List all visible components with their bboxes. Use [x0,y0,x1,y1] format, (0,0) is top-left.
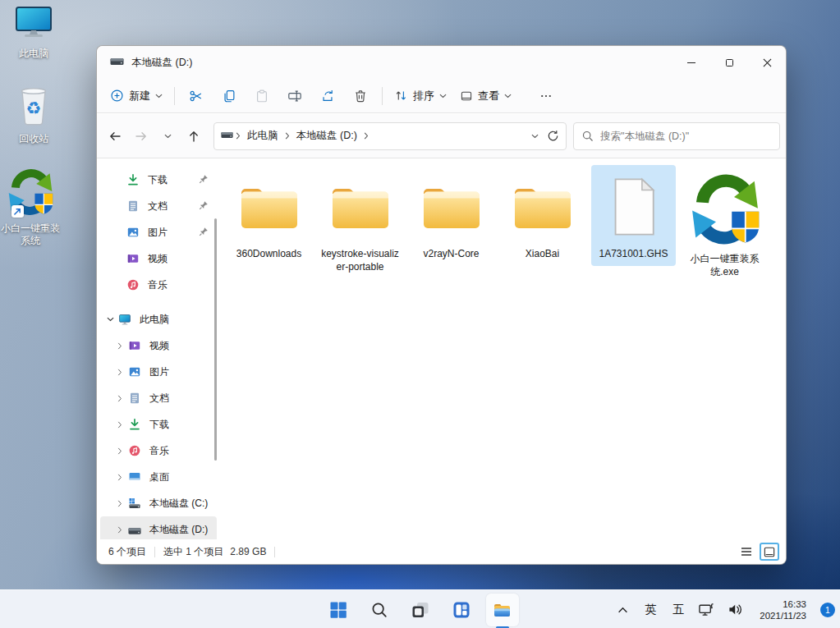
tree-item-documents[interactable]: 文档 [100,385,217,411]
minimize-button[interactable] [672,46,710,79]
sidebar-item-videos[interactable]: 视频 [100,245,217,272]
sidebar-item-this-pc[interactable]: 此电脑 [100,306,217,332]
tree-item-desktop[interactable]: 桌面 [100,464,217,490]
chevron-down-icon [164,134,172,139]
sidebar-label: 视频 [148,252,168,266]
sidebar-item-music[interactable]: 音乐 [100,272,217,298]
chevron-collapsed-icon[interactable] [113,447,126,455]
copy-button[interactable] [213,83,246,109]
delete-button[interactable] [344,83,377,109]
command-bar: 新建 排序 [97,79,786,113]
file-name: 小白一键重装系统.exe [684,252,765,278]
pin-icon [199,227,209,239]
paste-button[interactable] [246,83,278,109]
paste-icon [255,89,269,103]
file-tile-xiaobai-folder[interactable]: XiaoBai [500,165,585,266]
breadcrumb-current[interactable]: 本地磁盘 (D:) [292,126,361,145]
up-button[interactable] [181,123,207,149]
tray-clock[interactable]: 16:33 2021/11/23 [750,595,815,625]
maximize-icon [726,59,733,66]
tray-ime-indicator[interactable]: 五 [666,595,691,625]
xiaobai-app-icon [689,169,761,250]
tree-item-music[interactable]: 音乐 [100,438,217,464]
tree-item-drive-c[interactable]: 本地磁盘 (C:) [100,490,217,516]
maximize-button[interactable] [710,46,748,79]
file-name: 1A731001.GHS [599,247,668,260]
close-button[interactable] [748,46,786,79]
tray-language-indicator[interactable]: 英 [638,595,663,625]
sidebar-label: 本地磁盘 (D:) [149,523,208,537]
new-button[interactable]: 新建 [103,84,169,108]
notification-badge[interactable]: 1 [820,603,835,617]
list-view-icon [741,547,752,557]
chevron-collapsed-icon[interactable] [113,474,126,481]
share-button[interactable] [311,83,344,109]
rename-icon [287,89,302,103]
sidebar-item-pictures[interactable]: 图片 [100,219,217,245]
tile-view-icon [764,547,775,557]
document-icon [610,169,658,245]
navigation-pane: 下载 文档 图片 视频 [97,159,220,539]
ellipsis-icon [539,89,553,103]
start-button[interactable] [322,594,355,626]
chevron-collapsed-icon[interactable] [113,526,126,534]
desktop-icon-xiaobai[interactable]: 小白一键重装系统 [0,168,63,247]
cut-button[interactable] [180,83,213,109]
chevron-collapsed-icon[interactable] [113,369,126,376]
file-tile-ghs-selected[interactable]: 1A731001.GHS [591,165,676,266]
tray-show-hidden-button[interactable] [610,595,635,625]
chevron-collapsed-icon[interactable] [113,395,126,402]
view-button[interactable]: 查看 [453,84,518,108]
sidebar-label: 文档 [148,199,168,213]
tree-item-pictures[interactable]: 图片 [100,359,217,385]
toolbar-divider [382,87,383,105]
sidebar-scrollbar[interactable] [214,218,217,461]
tray-volume-button[interactable] [723,595,747,625]
search-taskbar-button[interactable] [363,594,396,626]
sort-button[interactable]: 排序 [388,84,453,108]
search-box[interactable] [573,122,780,150]
file-tile-360downloads[interactable]: 360Downloads [227,165,311,266]
view-label: 查看 [478,89,499,103]
sidebar-item-downloads[interactable]: 下载 [100,167,217,193]
search-input[interactable] [600,131,771,142]
file-tile-v2rayn-core[interactable]: v2rayN-Core [409,165,493,266]
title-bar[interactable]: 本地磁盘 (D:) [97,46,786,79]
large-icons-view-button[interactable] [760,543,779,561]
music-icon [128,444,141,457]
sidebar-item-documents[interactable]: 文档 [100,193,217,219]
refresh-icon[interactable] [547,130,559,142]
breadcrumb[interactable]: 此电脑 本地磁盘 (D:) [213,122,567,150]
file-tile-xiaobai-exe[interactable]: 小白一键重装系统.exe [682,165,767,284]
details-view-button[interactable] [737,543,756,561]
desktop-icon-recycle-bin[interactable]: ♻ 回收站 [1,84,67,145]
task-view-button[interactable] [404,594,437,626]
tree-item-downloads[interactable]: 下载 [100,411,217,438]
more-options-button[interactable] [530,83,562,109]
status-divider [274,547,275,557]
tree-item-videos[interactable]: 视频 [100,332,217,359]
file-tile-keystroke-visualizer[interactable]: keystroke-visualizer-portable [318,165,402,279]
chevron-collapsed-icon[interactable] [113,421,126,429]
breadcrumb-this-pc[interactable]: 此电脑 [243,126,282,145]
address-dropdown-icon[interactable] [531,134,539,139]
clock-date: 2021/11/23 [760,610,806,621]
recent-locations-button[interactable] [154,123,181,149]
sidebar-label: 文档 [149,392,169,406]
chevron-collapsed-icon[interactable] [113,342,126,350]
rename-button[interactable] [278,83,311,109]
close-icon [763,58,772,67]
chevron-collapsed-icon[interactable] [113,500,126,507]
desktop-icon-label: 回收站 [19,133,48,145]
tray-network-button[interactable] [694,595,719,625]
back-button[interactable] [102,123,128,149]
forward-button[interactable] [128,123,154,149]
cut-icon [189,89,204,103]
sidebar-label: 音乐 [148,278,168,292]
chevron-expanded-icon[interactable] [103,317,117,322]
file-name: 360Downloads [236,247,301,260]
widgets-button[interactable] [445,594,478,626]
desktop-icon-this-pc[interactable]: 此电脑 [1,5,67,60]
file-explorer-button[interactable] [486,594,519,626]
search-icon [582,131,594,142]
